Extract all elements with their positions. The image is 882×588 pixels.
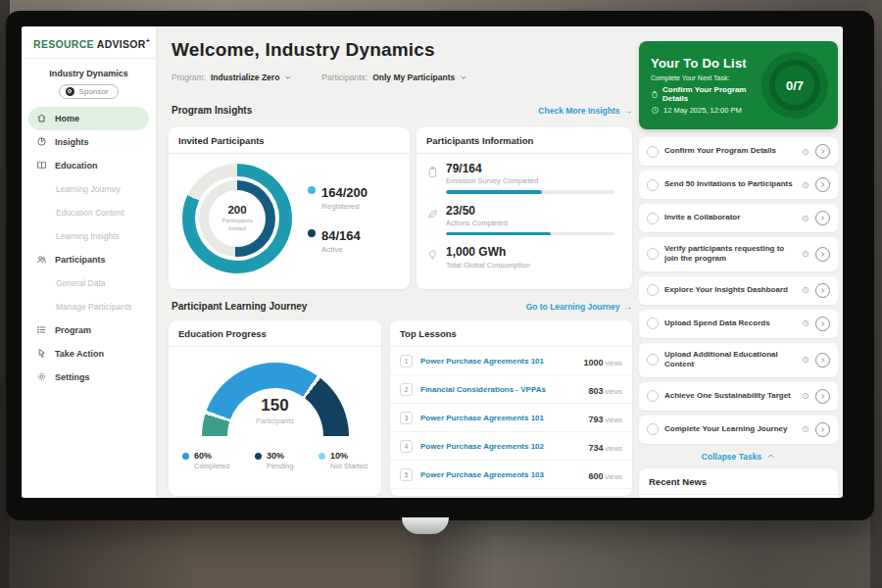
task-radio[interactable] [647, 284, 659, 296]
lesson-row[interactable]: 1 Power Purchase Agreements 101 1000view… [390, 347, 632, 375]
clock-icon [802, 215, 809, 222]
todo-panel: Your To Do List Complete Your Next Task:… [639, 41, 838, 498]
sidebar-item-education-content[interactable]: Education Content [28, 201, 149, 224]
progress-bar-fill [446, 232, 551, 236]
sidebar-item-participants[interactable]: Participants [28, 248, 149, 271]
lightbulb-icon [426, 249, 439, 262]
lesson-title-link[interactable]: Power Purchase Agreements 103 [420, 470, 580, 479]
sidebar-item-home[interactable]: Home [28, 107, 149, 130]
invited-participants-body: 200 Participants Invited 164/200Register… [169, 154, 410, 273]
todo-task[interactable]: Confirm Your Program Details [639, 137, 838, 166]
task-radio[interactable] [647, 423, 659, 435]
sidebar-item-label: Learning Insights [56, 231, 120, 241]
task-chevron-button[interactable] [815, 353, 830, 368]
lesson-title-link[interactable]: Power Purchase Agreements 102 [420, 442, 580, 451]
check-more-insights-link[interactable]: Check More Insights→ [538, 106, 632, 116]
sidebar-item-general-data[interactable]: General Data [28, 271, 149, 295]
collapse-label: Collapse Tasks [702, 452, 761, 462]
lesson-views: 734 [588, 443, 603, 453]
program-insights-title: Program Insights [172, 105, 252, 116]
todo-task[interactable]: Verify participants requesting to join t… [639, 237, 838, 271]
sidebar-item-label: Settings [55, 372, 90, 382]
lesson-title-link[interactable]: Power Purchase Agreements 101 [420, 357, 575, 366]
task-chevron-button[interactable] [815, 317, 830, 331]
task-chevron-button[interactable] [815, 211, 830, 225]
sidebar-item-education[interactable]: Education [28, 154, 149, 177]
task-chevron-button[interactable] [815, 177, 830, 192]
participants-dropdown[interactable]: Participants: Only My Participants [321, 73, 467, 82]
participants-information-card: Participants Information 79/164 Emission… [416, 127, 632, 289]
invited-participants-card: Invited Participants 200 Participants In… [169, 127, 410, 289]
task-radio[interactable] [647, 179, 659, 191]
todo-task[interactable]: Send 50 Invitations to Participants [639, 171, 838, 199]
clock-icon [802, 425, 809, 433]
sidebar-item-learning-insights[interactable]: Learning Insights [28, 224, 149, 248]
task-radio[interactable] [647, 248, 659, 260]
lesson-views: 1000 [583, 358, 603, 368]
clock-icon [802, 319, 809, 327]
lesson-views: 600 [588, 471, 603, 481]
sidebar-item-label: Take Action [55, 349, 104, 359]
stat-row-consumption: 1,000 GWh Total Global Consumption [426, 246, 620, 269]
invited-donut-center: 200 Participants Invited [209, 190, 266, 247]
todo-progress-value: 0/7 [769, 60, 820, 111]
legend-value: 84/164 [321, 228, 361, 243]
sidebar-item-program[interactable]: Program [28, 318, 149, 342]
lesson-row[interactable]: 5 Power Purchase Agreements 103 600views [390, 461, 632, 489]
todo-task[interactable]: Achieve One Sustainability Target [639, 382, 838, 411]
lesson-title-link[interactable]: Financial Considerations - VPPAs [420, 385, 580, 394]
clock-icon [802, 181, 809, 189]
education-progress-card: Education Progress 150 Participants 60%C… [169, 320, 381, 496]
page-title: Welcome, Industry Dynamics [172, 39, 435, 61]
lesson-title-link[interactable]: Power Purchase Agreements 101 [420, 414, 580, 422]
dashboard-screen: RESOURCE ADVISOR+ Industry Dynamics Spon… [22, 26, 843, 498]
sidebar-item-label: Participants [55, 255, 106, 265]
go-to-learning-journey-link[interactable]: Go to Learning Journey→ [526, 302, 632, 312]
todo-task[interactable]: Invite a Collaborator [639, 204, 838, 232]
todo-task[interactable]: Upload Spend Data Records [639, 310, 838, 338]
insights-pie-icon [36, 136, 47, 147]
task-radio[interactable] [647, 354, 659, 366]
task-label: Invite a Collaborator [664, 213, 796, 222]
sidebar-item-manage-participants[interactable]: Manage Participants [28, 295, 149, 318]
task-radio[interactable] [647, 146, 659, 158]
task-chevron-button[interactable] [815, 422, 830, 437]
task-radio[interactable] [647, 390, 659, 402]
lesson-row[interactable]: 2 Financial Considerations - VPPAs 803vi… [390, 375, 632, 404]
collapse-tasks-link[interactable]: Collapse Tasks [639, 452, 838, 462]
stat-row-actions: 23/50 Actions Completed [426, 205, 620, 236]
task-radio[interactable] [647, 318, 659, 329]
views-suffix: views [605, 416, 622, 423]
sidebar-item-insights[interactable]: Insights [28, 130, 149, 154]
program-dropdown[interactable]: Program: Industrialize Zero [172, 73, 292, 82]
task-radio[interactable] [647, 213, 659, 224]
sponsor-icon [66, 87, 74, 96]
legend-item-pending: 30%Pending [255, 451, 294, 470]
clock-icon [802, 148, 809, 156]
lesson-row[interactable]: 4 Power Purchase Agreements 102 734views [390, 432, 632, 461]
todo-task[interactable]: Complete Your Learning Journey [639, 416, 838, 444]
filters-row: Program: Industrialize Zero Participants… [172, 73, 467, 82]
task-chevron-button[interactable] [815, 389, 830, 404]
task-chevron-button[interactable] [815, 144, 830, 159]
book-icon [36, 160, 47, 171]
task-chevron-button[interactable] [815, 283, 830, 298]
legend-item-completed: 60%Completed [182, 451, 229, 470]
sidebar-item-take-action[interactable]: Take Action [28, 342, 149, 366]
sidebar-item-settings[interactable]: Settings [28, 366, 149, 389]
sponsor-badge: Sponsor [59, 84, 120, 99]
legend-label: Registered [321, 202, 368, 211]
learning-journey-title: Participant Learning Journey [172, 301, 307, 312]
sidebar-item-label: Program [55, 325, 91, 335]
link-label: Check More Insights [538, 106, 619, 116]
sidebar-item-learning-journey[interactable]: Learning Journey [28, 177, 149, 201]
todo-task[interactable]: Explore Your Insights Dashboard [639, 276, 838, 305]
chevron-right-icon [818, 425, 827, 434]
lesson-row[interactable]: 3 Power Purchase Agreements 101 793views [390, 404, 632, 432]
chevron-right-icon [818, 319, 827, 328]
task-chevron-button[interactable] [815, 247, 830, 262]
todo-task[interactable]: Upload Additional Educational Content [639, 343, 838, 377]
todo-subtitle: Complete Your Next Task: [651, 74, 761, 81]
chevron-right-icon [818, 214, 827, 222]
monitor-bezel: RESOURCE ADVISOR+ Industry Dynamics Spon… [6, 11, 874, 520]
